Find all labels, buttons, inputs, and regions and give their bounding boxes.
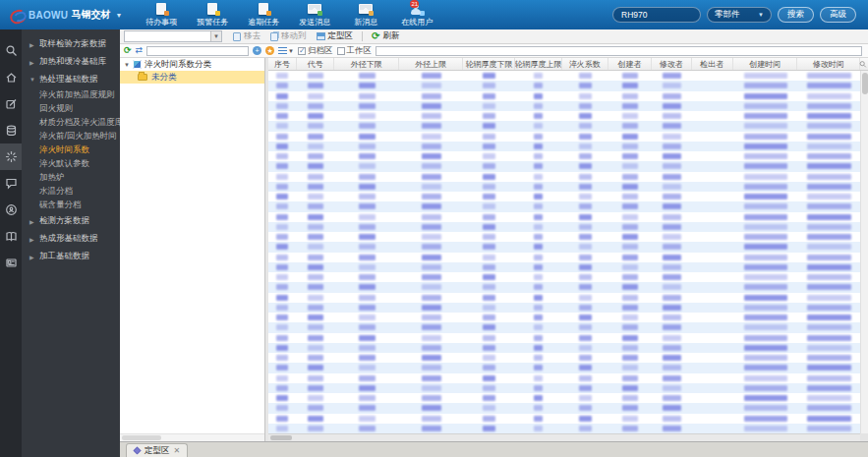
table-row[interactable]	[268, 132, 860, 142]
sidebar-item[interactable]: 水温分档	[22, 185, 120, 199]
close-icon[interactable]: ✕	[174, 446, 181, 455]
rail-card[interactable]	[0, 250, 22, 276]
table-row[interactable]	[268, 333, 860, 343]
sidebar-group-2[interactable]: ▼热处理基础数据	[22, 71, 120, 88]
sidebar-item[interactable]: 回火规则	[22, 102, 120, 116]
table-row[interactable]	[268, 212, 860, 222]
table-row[interactable]	[268, 253, 860, 262]
overdue-task-tool[interactable]: 逾期任务	[238, 2, 289, 28]
column-header-5[interactable]: 轮辋厚度上限	[515, 58, 561, 70]
tree-filter-input[interactable]	[146, 46, 249, 56]
filter-combobox[interactable]: ▼	[124, 30, 222, 42]
alert-task-tool[interactable]: 预警任务	[187, 2, 238, 28]
table-row[interactable]	[268, 293, 860, 303]
column-header-9[interactable]: 检出者	[692, 58, 733, 70]
table-row[interactable]	[268, 71, 860, 81]
favorite-star-icon[interactable]: ★	[265, 46, 274, 55]
tree-root-node[interactable]: ▼ 淬火时间系数分类	[120, 58, 264, 71]
archive-area-checkbox-label[interactable]: 归档区	[298, 45, 333, 57]
category-select[interactable]: 零部件 ▼	[707, 7, 772, 23]
column-header-4[interactable]: 轮辋厚度下限	[463, 58, 515, 70]
table-row[interactable]	[268, 142, 860, 151]
table-row[interactable]	[268, 172, 860, 182]
sidebar-group-5[interactable]: ▶加工基础数据	[22, 248, 120, 265]
table-vertical-scrollbar[interactable]	[860, 71, 868, 433]
table-row[interactable]	[268, 182, 860, 192]
column-header-0[interactable]: 序号	[268, 58, 297, 70]
table-row[interactable]	[268, 272, 860, 282]
tree-horizontal-scrollbar[interactable]	[120, 433, 264, 441]
scrollbar-thumb[interactable]	[270, 435, 292, 440]
new-message-tool[interactable]: 新消息	[340, 2, 391, 28]
sync-favorites-icon[interactable]: ⇄	[136, 46, 144, 55]
table-row[interactable]	[268, 161, 860, 171]
scrollbar-thumb[interactable]	[862, 73, 868, 94]
table-row[interactable]	[268, 424, 860, 433]
sidebar-item[interactable]: 淬火前/回火加热时间	[22, 130, 120, 143]
sidebar-group-4[interactable]: ▶热成形基础数据	[22, 230, 120, 248]
column-header-10[interactable]: 创建时间	[733, 58, 798, 70]
table-row[interactable]	[268, 393, 860, 403]
table-row[interactable]	[268, 383, 860, 393]
refresh-button[interactable]: ⟳ 刷新	[367, 29, 404, 44]
table-row[interactable]	[268, 303, 860, 313]
work-area-checkbox-label[interactable]: 工作区	[337, 45, 373, 57]
table-row[interactable]	[268, 403, 860, 413]
table-row[interactable]	[268, 262, 860, 272]
column-header-11[interactable]: 修改时间	[797, 58, 860, 70]
rail-home[interactable]	[0, 64, 22, 90]
table-row[interactable]	[268, 353, 860, 363]
table-row[interactable]	[268, 121, 860, 131]
table-row[interactable]	[268, 322, 860, 332]
todo-tool[interactable]: 待办事项	[136, 2, 187, 28]
table-row[interactable]	[268, 282, 860, 292]
sidebar-item[interactable]: 材质分档及淬火温度库	[22, 116, 120, 130]
column-header-8[interactable]: 修改者	[652, 58, 691, 70]
column-header-2[interactable]: 外径下限	[334, 58, 398, 70]
search-button[interactable]: 搜索	[778, 7, 814, 23]
column-header-7[interactable]: 创建者	[608, 58, 652, 70]
sidebar-group-0[interactable]: ▶取样检验方案数据	[22, 35, 120, 53]
table-row[interactable]	[268, 313, 860, 322]
work-area-checkbox[interactable]	[337, 47, 345, 55]
table-row[interactable]	[268, 242, 860, 252]
global-search-input[interactable]	[612, 7, 701, 23]
sidebar-item[interactable]: 加热炉	[22, 171, 120, 185]
remove-button[interactable]: 移去	[228, 29, 265, 44]
column-header-6[interactable]: 淬火系数	[562, 58, 608, 70]
sidebar-item[interactable]: 淬火前加热温度规则	[22, 88, 120, 102]
table-row[interactable]	[268, 81, 860, 90]
sidebar-group-3[interactable]: ▶检测方案数据	[22, 212, 120, 230]
rail-support[interactable]	[0, 197, 22, 223]
advanced-search-button[interactable]: 高级	[820, 7, 856, 23]
send-message-tool[interactable]: 发送消息	[289, 2, 340, 28]
column-header-3[interactable]: 外径上限	[399, 58, 464, 70]
tree-node-selected[interactable]: 未分类	[120, 71, 264, 84]
table-row[interactable]	[268, 222, 860, 232]
rail-database[interactable]	[0, 117, 22, 143]
table-row[interactable]	[268, 111, 860, 121]
table-horizontal-scrollbar[interactable]	[268, 433, 860, 441]
table-row[interactable]	[268, 363, 860, 372]
table-row[interactable]	[268, 343, 860, 353]
move-to-button[interactable]: 移动到	[265, 29, 312, 44]
table-row[interactable]	[268, 91, 860, 101]
table-row[interactable]	[268, 192, 860, 201]
table-row[interactable]	[268, 232, 860, 242]
view-mode-menu[interactable]: ▼	[278, 47, 294, 55]
app-logo[interactable]: BAOWU 马钢交材 ▼	[0, 8, 122, 22]
table-row[interactable]	[268, 414, 860, 424]
column-search-icon[interactable]	[859, 59, 867, 70]
tab-shaped-area[interactable]: 定型区 ✕	[126, 443, 188, 457]
rail-book[interactable]	[0, 223, 22, 250]
rail-search[interactable]	[0, 37, 22, 64]
table-row[interactable]	[268, 101, 860, 111]
rail-loading[interactable]	[0, 143, 22, 170]
table-row[interactable]	[268, 373, 860, 383]
scrollbar-thumb[interactable]	[122, 435, 161, 440]
sidebar-item[interactable]: 淬火默认参数	[22, 157, 120, 171]
table-row[interactable]	[268, 151, 860, 161]
rail-edit[interactable]	[0, 90, 22, 117]
refresh-tree-icon[interactable]: ⟳	[124, 46, 132, 55]
shaped-area-button[interactable]: 定型区	[312, 29, 359, 44]
